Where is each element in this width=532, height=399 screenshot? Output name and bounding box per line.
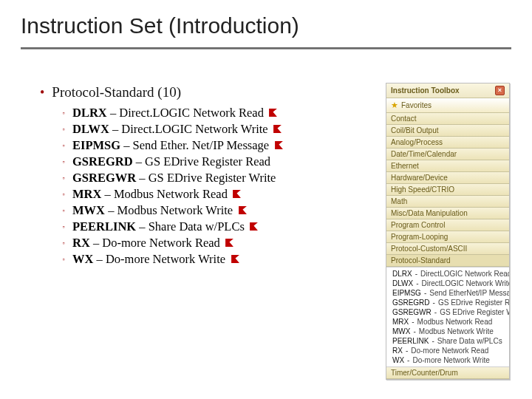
toolbox-category[interactable]: High Speed/CTRIO [386, 184, 509, 196]
toolbox-category[interactable]: Analog/Process [386, 137, 509, 149]
sub-bullet-text: RX – Do-more Network Read [72, 235, 234, 251]
bullet-sub-icon: ▫ [61, 121, 66, 137]
toolbox-leaf[interactable]: GSREGRD - GS EDrive Register Read [386, 298, 509, 307]
favorites-label: Favorites [401, 101, 432, 109]
toolbox-leaf[interactable]: DLWX - DirectLOGIC Network Write [386, 279, 509, 288]
bullet-sub-icon: ▫ [61, 105, 66, 121]
toolbox-title-text: Instruction Toolbox [391, 86, 460, 95]
sub-bullet-text: PEERLINK – Share Data w/PLCs [72, 219, 259, 235]
bullet-sub-icon: ▫ [61, 202, 66, 219]
star-icon: ★ [391, 100, 398, 110]
close-icon[interactable]: × [495, 86, 505, 95]
sub-bullet-text: GSREGRD – GS EDrive Register Read [72, 154, 270, 170]
toolbox-titlebar: Instruction Toolbox × [386, 83, 509, 98]
toolbox-category[interactable]: Misc/Data Manipulation [386, 208, 509, 219]
bullet-sub-icon: ▫ [61, 219, 66, 235]
toolbox-favorites-row[interactable]: ★ Favorites [386, 98, 509, 113]
instruction-toolbox-panel: Instruction Toolbox × ★ Favorites Contac… [386, 83, 510, 380]
sub-bullet-text: GSREGWR – GS EDrive Register Write [72, 170, 276, 186]
bullet-sub-icon: ▫ [61, 235, 66, 251]
bullet-sub-icon: ▫ [61, 154, 66, 170]
toolbox-category[interactable]: Contact [386, 113, 509, 125]
toolbox-leaf[interactable]: MWX - Modbus Network Write [386, 327, 509, 336]
toolbox-leaf[interactable]: RX - Do-more Network Read [386, 346, 509, 355]
bullet-sub-icon: ▫ [61, 251, 66, 267]
bullet-main-icon: • [40, 84, 44, 100]
sub-bullet-text: EIPMSG – Send Ether. Net/IP Message [72, 137, 284, 154]
sub-bullet-text: WX – Do-more Network Write [72, 251, 240, 267]
toolbox-leaf[interactable]: GSREGWR - GS EDrive Register Write [386, 307, 509, 317]
toolbox-category[interactable]: Date/Time/Calendar [386, 149, 509, 160]
toolbox-category[interactable]: Protocol-Standard [386, 255, 509, 267]
toolbox-category[interactable]: Hardware/Device [386, 172, 509, 184]
toolbox-leaf-list: DLRX - DirectLOGIC Network ReadDLWX - Di… [386, 267, 509, 367]
toolbox-leaf[interactable]: EIPMSG - Send EtherNet/IP Message [386, 288, 509, 298]
bullet-sub-icon: ▫ [61, 170, 66, 186]
toolbox-category[interactable]: Protocol-Custom/ASCII [386, 243, 509, 255]
toolbox-category[interactable]: Program-Looping [386, 231, 509, 243]
toolbox-leaf[interactable]: WX - Do-more Network Write [386, 355, 509, 365]
title-rule [21, 47, 511, 49]
main-bullet-text: Protocol-Standard (10) [52, 84, 181, 100]
toolbox-category[interactable]: Coil/Bit Output [386, 125, 509, 137]
sub-bullet-text: DLWX – Direct.LOGIC Network Write [72, 121, 282, 137]
toolbox-leaf[interactable]: DLRX - DirectLOGIC Network Read [386, 269, 509, 279]
bullet-sub-icon: ▫ [61, 137, 66, 154]
toolbox-category[interactable]: Ethernet [386, 160, 509, 172]
sub-bullet-text: DLRX – Direct.LOGIC Network Read [72, 105, 278, 121]
toolbox-category-footer[interactable]: Timer/Counter/Drum [386, 367, 509, 379]
slide-title: Instruction Set (Introduction) [21, 13, 511, 43]
toolbox-leaf[interactable]: MRX - Modbus Network Read [386, 317, 509, 327]
sub-bullet-text: MRX – Modbus Network Read [72, 186, 242, 202]
toolbox-category[interactable]: Program Control [386, 219, 509, 231]
toolbox-leaf[interactable]: PEERLINK - Share Data w/PLCs [386, 336, 509, 346]
sub-bullet-text: MWX – Modbus Network Write [72, 202, 248, 219]
toolbox-category[interactable]: Math [386, 196, 509, 208]
bullet-sub-icon: ▫ [61, 186, 66, 202]
